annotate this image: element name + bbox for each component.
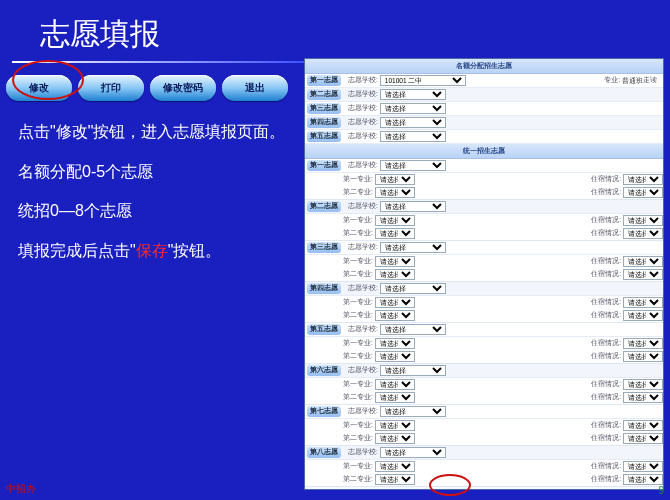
unified-block: 第七志愿志愿学校:请选择第一专业:请选择住宿情况:请选择第二专业:请选择住宿情况… bbox=[305, 405, 663, 446]
exit-button[interactable]: 退出 bbox=[222, 75, 288, 101]
live1-select[interactable]: 请选择 bbox=[623, 461, 663, 472]
major1-select[interactable]: 请选择 bbox=[375, 174, 415, 185]
school-select[interactable]: 请选择 bbox=[380, 160, 446, 171]
instruction-line-1: 点击"修改"按钮，进入志愿填报页面。 bbox=[18, 119, 288, 145]
unified-subrows: 第一专业:请选择住宿情况:请选择第二专业:请选择住宿情况:请选择 bbox=[305, 378, 663, 404]
section-header-unified: 统一招生志愿 bbox=[305, 144, 663, 159]
major1-select[interactable]: 请选择 bbox=[375, 379, 415, 390]
live2-select[interactable]: 请选择 bbox=[623, 310, 663, 321]
modify-button[interactable]: 修改 bbox=[6, 75, 72, 101]
major1-select[interactable]: 请选择 bbox=[375, 420, 415, 431]
major2-select[interactable]: 请选择 bbox=[375, 228, 415, 239]
live2-select[interactable]: 请选择 bbox=[623, 269, 663, 280]
instruction-line-3: 统招0—8个志愿 bbox=[18, 198, 288, 224]
unified-row: 第四志愿志愿学校:请选择 bbox=[305, 282, 663, 296]
quota-row-1: 第一志愿 志愿学校: 101001 二中 专业: 普通班 走读 bbox=[305, 74, 663, 88]
instructions: 点击"修改"按钮，进入志愿填报页面。 名额分配0-5个志愿 统招0—8个志愿 填… bbox=[0, 119, 300, 263]
page-title: 志愿填报 bbox=[0, 0, 670, 61]
unified-row-label: 第三志愿 bbox=[307, 242, 341, 253]
live1-select[interactable]: 请选择 bbox=[623, 256, 663, 267]
school-select[interactable]: 请选择 bbox=[380, 201, 446, 212]
unified-row-label: 第二志愿 bbox=[307, 201, 341, 212]
live1-select[interactable]: 请选择 bbox=[623, 420, 663, 431]
major1-select[interactable]: 请选择 bbox=[375, 338, 415, 349]
major2-select[interactable]: 请选择 bbox=[375, 269, 415, 280]
unified-subrows: 第一专业:请选择住宿情况:请选择第二专业:请选择住宿情况:请选择 bbox=[305, 255, 663, 281]
major2-select[interactable]: 请选择 bbox=[375, 474, 415, 485]
footer-left: 中招办 bbox=[6, 482, 36, 496]
unified-subrows: 第一专业:请选择住宿情况:请选择第二专业:请选择住宿情况:请选择 bbox=[305, 296, 663, 322]
instruction-line-4: 填报完成后点击"保存"按钮。 bbox=[18, 238, 288, 264]
major2-select[interactable]: 请选择 bbox=[375, 433, 415, 444]
quota-row-2: 第二志愿 志愿学校: 请选择 bbox=[305, 88, 663, 102]
unified-block: 第四志愿志愿学校:请选择第一专业:请选择住宿情况:请选择第二专业:请选择住宿情况… bbox=[305, 282, 663, 323]
unified-subrows: 第一专业:请选择住宿情况:请选择第二专业:请选择住宿情况:请选择 bbox=[305, 419, 663, 445]
unified-row-label: 第八志愿 bbox=[307, 447, 341, 458]
unified-block: 第一志愿志愿学校:请选择第一专业:请选择住宿情况:请选择第二专业:请选择住宿情况… bbox=[305, 159, 663, 200]
live2-select[interactable]: 请选择 bbox=[623, 187, 663, 198]
major2-select[interactable]: 请选择 bbox=[375, 392, 415, 403]
school-select[interactable]: 请选择 bbox=[380, 406, 446, 417]
unified-subrows: 第一专业:请选择住宿情况:请选择第二专业:请选择住宿情况:请选择 bbox=[305, 337, 663, 363]
change-password-button[interactable]: 修改密码 bbox=[150, 75, 216, 101]
footer-right: 9 bbox=[658, 485, 664, 496]
live2-select[interactable]: 请选择 bbox=[623, 433, 663, 444]
form-screenshot: 名额分配招生志愿 第一志愿 志愿学校: 101001 二中 专业: 普通班 走读… bbox=[304, 58, 664, 490]
live2-select[interactable]: 请选择 bbox=[623, 392, 663, 403]
unified-block: 第五志愿志愿学校:请选择第一专业:请选择住宿情况:请选择第二专业:请选择住宿情况… bbox=[305, 323, 663, 364]
field-label-major: 专业: bbox=[604, 76, 620, 85]
unified-row-label: 第六志愿 bbox=[307, 365, 341, 376]
major2-select[interactable]: 请选择 bbox=[375, 310, 415, 321]
section-header-quota: 名额分配招生志愿 bbox=[305, 59, 663, 74]
school-select[interactable]: 请选择 bbox=[380, 365, 446, 376]
school-select[interactable]: 请选择 bbox=[380, 447, 446, 458]
school-select[interactable]: 请选择 bbox=[380, 283, 446, 294]
unified-row: 第五志愿志愿学校:请选择 bbox=[305, 323, 663, 337]
school-select[interactable]: 请选择 bbox=[380, 103, 446, 114]
major2-select[interactable]: 请选择 bbox=[375, 187, 415, 198]
quota-row-4: 第四志愿 志愿学校: 请选择 bbox=[305, 116, 663, 130]
button-bar: 保存 重置 关闭 bbox=[305, 487, 663, 490]
unified-block: 第三志愿志愿学校:请选择第一专业:请选择住宿情况:请选择第二专业:请选择住宿情况… bbox=[305, 241, 663, 282]
major1-select[interactable]: 请选择 bbox=[375, 297, 415, 308]
major2-select[interactable]: 请选择 bbox=[375, 351, 415, 362]
unified-row: 第三志愿志愿学校:请选择 bbox=[305, 241, 663, 255]
school-select[interactable]: 101001 二中 bbox=[380, 75, 466, 86]
school-select[interactable]: 请选择 bbox=[380, 324, 446, 335]
live-value: 走读 bbox=[643, 76, 657, 85]
print-button[interactable]: 打印 bbox=[78, 75, 144, 101]
live1-select[interactable]: 请选择 bbox=[623, 297, 663, 308]
unified-block: 第二志愿志愿学校:请选择第一专业:请选择住宿情况:请选择第二专业:请选择住宿情况… bbox=[305, 200, 663, 241]
unified-row: 第八志愿志愿学校:请选择 bbox=[305, 446, 663, 460]
school-select[interactable]: 请选择 bbox=[380, 131, 446, 142]
unified-row-label: 第四志愿 bbox=[307, 283, 341, 294]
live1-select[interactable]: 请选择 bbox=[623, 379, 663, 390]
unified-row-label: 第一志愿 bbox=[307, 160, 341, 171]
live1-select[interactable]: 请选择 bbox=[623, 338, 663, 349]
field-label-school: 志愿学校: bbox=[348, 76, 378, 85]
unified-row: 第二志愿志愿学校:请选择 bbox=[305, 200, 663, 214]
unified-row-label: 第五志愿 bbox=[307, 324, 341, 335]
live1-select[interactable]: 请选择 bbox=[623, 174, 663, 185]
unified-row-label: 第七志愿 bbox=[307, 406, 341, 417]
live1-select[interactable]: 请选择 bbox=[623, 215, 663, 226]
major1-select[interactable]: 请选择 bbox=[375, 215, 415, 226]
major1-select[interactable]: 请选择 bbox=[375, 256, 415, 267]
unified-subrows: 第一专业:请选择住宿情况:请选择第二专业:请选择住宿情况:请选择 bbox=[305, 173, 663, 199]
unified-block: 第八志愿志愿学校:请选择第一专业:请选择住宿情况:请选择第二专业:请选择住宿情况… bbox=[305, 446, 663, 487]
unified-subrows: 第一专业:请选择住宿情况:请选择第二专业:请选择住宿情况:请选择 bbox=[305, 460, 663, 486]
unified-block: 第六志愿志愿学校:请选择第一专业:请选择住宿情况:请选择第二专业:请选择住宿情况… bbox=[305, 364, 663, 405]
major1-select[interactable]: 请选择 bbox=[375, 461, 415, 472]
school-select[interactable]: 请选择 bbox=[380, 117, 446, 128]
unified-row: 第七志愿志愿学校:请选择 bbox=[305, 405, 663, 419]
live2-select[interactable]: 请选择 bbox=[623, 474, 663, 485]
unified-subrows: 第一专业:请选择住宿情况:请选择第二专业:请选择住宿情况:请选择 bbox=[305, 214, 663, 240]
school-select[interactable]: 请选择 bbox=[380, 89, 446, 100]
quota-row-3: 第三志愿 志愿学校: 请选择 bbox=[305, 102, 663, 116]
live2-select[interactable]: 请选择 bbox=[623, 228, 663, 239]
major-value: 普通班 bbox=[622, 76, 643, 86]
unified-row: 第六志愿志愿学校:请选择 bbox=[305, 364, 663, 378]
live2-select[interactable]: 请选择 bbox=[623, 351, 663, 362]
instruction-line-2: 名额分配0-5个志愿 bbox=[18, 159, 288, 185]
school-select[interactable]: 请选择 bbox=[380, 242, 446, 253]
